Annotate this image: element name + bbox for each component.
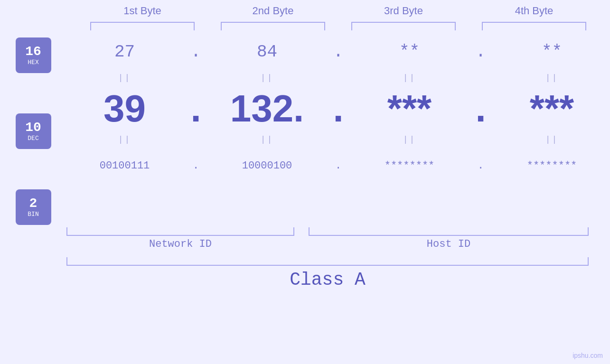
eq8: ||: [500, 135, 604, 144]
byte4-header: 4th Byte: [482, 5, 586, 17]
bracket-2: [221, 22, 325, 30]
top-brackets: [77, 22, 600, 30]
byte1-header: 1st Byte: [90, 5, 195, 17]
watermark: ipshu.com: [572, 352, 603, 359]
dot-dec-1: .: [189, 87, 203, 131]
dot-bin-3: .: [474, 160, 488, 172]
rows-container: 27 . 84 . ** . ** || || || || 39: [66, 33, 610, 225]
hex-row: 27 . 84 . ** . **: [66, 33, 610, 71]
bracket-4: [482, 22, 586, 30]
bin-badge-number: 2: [29, 196, 38, 211]
dec-b1: 39: [73, 87, 177, 131]
dot-hex-3: .: [474, 42, 488, 62]
dot-bin-2: .: [331, 160, 346, 172]
bottom-area: Network ID Host ID: [0, 227, 610, 250]
bracket-1: [90, 22, 195, 30]
eq4: ||: [500, 73, 604, 83]
hex-badge: 16 HEX: [16, 37, 51, 73]
eq7: ||: [357, 135, 462, 144]
bin-b4: ********: [500, 160, 604, 172]
bin-row: 00100111 . 10000100 . ******** . *******…: [66, 147, 610, 185]
eq1: ||: [73, 73, 177, 83]
dec-badge: 10 DEC: [16, 113, 51, 149]
class-label: Class A: [66, 270, 589, 290]
hex-badge-label: HEX: [28, 59, 38, 66]
host-id-bracket: [309, 227, 589, 236]
byte-headers: 1st Byte 2nd Byte 3rd Byte 4th Byte: [77, 5, 600, 17]
host-id-label: Host ID: [309, 236, 589, 250]
bin-b3: ********: [357, 160, 462, 172]
eq2: ||: [215, 73, 319, 83]
main-container: 1st Byte 2nd Byte 3rd Byte 4th Byte 16 H…: [0, 0, 610, 364]
dot-hex-2: .: [331, 42, 346, 62]
dec-badge-number: 10: [25, 121, 41, 135]
network-id-label: Network ID: [66, 236, 294, 250]
eq6: ||: [215, 135, 319, 144]
dec-row: 39 . 132. . *** . ***: [66, 85, 610, 132]
sep-hex-dec: || || || ||: [66, 71, 610, 85]
bin-b2: 10000100: [215, 160, 319, 172]
dot-dec-2: .: [331, 87, 346, 131]
hex-b3: **: [357, 42, 462, 62]
bracket-3: [351, 22, 456, 30]
content-area: 16 HEX 10 DEC 2 BIN 27 . 84 . ** . **: [0, 33, 610, 225]
sep-dec-bin: || || || ||: [66, 132, 610, 147]
byte2-header: 2nd Byte: [221, 5, 325, 17]
hex-b4: **: [500, 42, 604, 62]
dot-bin-1: .: [189, 160, 203, 172]
hex-b2: 84: [215, 42, 319, 62]
network-id-bracket: [66, 227, 294, 236]
hex-badge-number: 16: [25, 45, 41, 59]
bin-badge: 2 BIN: [16, 189, 51, 225]
bin-badge-label: BIN: [28, 211, 38, 218]
class-bracket: [66, 257, 589, 266]
left-badges: 16 HEX 10 DEC 2 BIN: [0, 33, 66, 225]
bin-b1: 00100111: [73, 160, 177, 172]
eq5: ||: [73, 135, 177, 144]
dot-hex-1: .: [189, 42, 203, 62]
class-row: Class A: [0, 257, 610, 290]
dec-b4: ***: [500, 87, 604, 131]
dec-b2: 132.: [215, 87, 319, 131]
dec-badge-label: DEC: [28, 135, 38, 142]
hex-b1: 27: [73, 42, 177, 62]
dec-b3: ***: [357, 87, 462, 131]
dot-dec-3: .: [474, 87, 488, 131]
eq3: ||: [357, 73, 462, 83]
byte3-header: 3rd Byte: [351, 5, 456, 17]
